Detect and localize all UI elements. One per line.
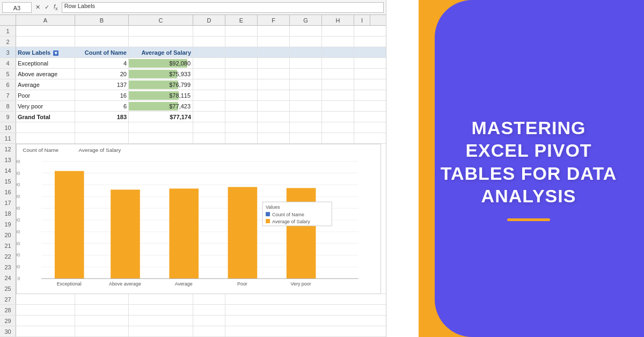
cell-f10[interactable]	[258, 122, 290, 133]
cell-d30[interactable]	[193, 326, 225, 336]
cell-d27[interactable]	[193, 294, 225, 304]
cell-c1[interactable]	[129, 26, 193, 36]
cell-c2[interactable]	[129, 36, 193, 47]
col-header-i[interactable]: I	[354, 15, 370, 25]
col-header-c[interactable]: C	[129, 15, 193, 25]
cell-h2[interactable]	[322, 36, 354, 47]
cell-e1[interactable]	[225, 26, 258, 36]
cell-g8[interactable]	[290, 101, 322, 111]
cell-f5[interactable]	[258, 69, 290, 79]
cell-b7[interactable]: 16	[75, 90, 129, 100]
cell-c3[interactable]: Average of Salary	[129, 47, 193, 57]
cell-e4[interactable]	[225, 58, 258, 68]
cell-e2[interactable]	[225, 36, 258, 47]
col-header-h[interactable]: H	[322, 15, 354, 25]
col-header-e[interactable]: E	[225, 15, 258, 25]
cell-c29[interactable]	[129, 316, 193, 326]
cell-b8[interactable]: 6	[75, 101, 129, 111]
cell-b1[interactable]	[75, 26, 129, 36]
cell-reference[interactable]: A3	[2, 2, 32, 13]
cell-d9[interactable]	[193, 112, 225, 122]
col-header-f[interactable]: F	[258, 15, 290, 25]
cell-g1[interactable]	[290, 26, 322, 36]
formula-input[interactable]: Row Labels	[62, 2, 384, 13]
cell-h1[interactable]	[322, 26, 354, 36]
cell-e7[interactable]	[225, 90, 258, 100]
cell-b4[interactable]: 4	[75, 58, 129, 68]
cell-g3[interactable]	[290, 47, 322, 57]
cell-g5[interactable]	[290, 69, 322, 79]
cell-a30[interactable]	[16, 326, 75, 336]
cell-h8[interactable]	[322, 101, 354, 111]
cell-f2[interactable]	[258, 36, 290, 47]
cell-d6[interactable]	[193, 79, 225, 90]
cell-a9[interactable]: Grand Total	[16, 112, 75, 122]
cell-a7[interactable]: Poor	[16, 90, 75, 100]
cell-c8[interactable]: $77,423	[129, 101, 193, 111]
cell-a8[interactable]: Very poor	[16, 101, 75, 111]
cell-f11[interactable]	[258, 133, 290, 143]
cell-d1[interactable]	[193, 26, 225, 36]
cell-g11[interactable]	[290, 133, 322, 143]
col-header-g[interactable]: G	[290, 15, 322, 25]
cell-f6[interactable]	[258, 79, 290, 90]
cell-d28[interactable]	[193, 305, 225, 315]
cell-c28[interactable]	[129, 305, 193, 315]
cell-c30[interactable]	[129, 326, 193, 336]
cancel-icon[interactable]: ✕	[34, 4, 42, 11]
cell-c6[interactable]: $76,799	[129, 79, 193, 90]
cell-c11[interactable]	[129, 133, 193, 143]
cell-c7[interactable]: $78,115	[129, 90, 193, 100]
cell-b30[interactable]	[75, 326, 129, 336]
cell-b5[interactable]: 20	[75, 69, 129, 79]
cell-c10[interactable]	[129, 122, 193, 133]
cell-d4[interactable]	[193, 58, 225, 68]
cell-h6[interactable]	[322, 79, 354, 90]
cell-g7[interactable]	[290, 90, 322, 100]
cell-a10[interactable]	[16, 122, 75, 133]
cell-e3[interactable]	[225, 47, 258, 57]
filter-icon[interactable]: ▼	[53, 50, 58, 56]
cell-a2[interactable]	[16, 36, 75, 47]
cell-e6[interactable]	[225, 79, 258, 90]
function-icon[interactable]: fx	[52, 3, 60, 11]
cell-f3[interactable]	[258, 47, 290, 57]
cell-e11[interactable]	[225, 133, 258, 143]
cell-f7[interactable]	[258, 90, 290, 100]
cell-a27[interactable]	[16, 294, 75, 304]
cell-a1[interactable]	[16, 26, 75, 36]
cell-e9[interactable]	[225, 112, 258, 122]
cell-a3[interactable]: Row Labels ▼	[16, 47, 75, 57]
cell-h3[interactable]	[322, 47, 354, 57]
cell-f1[interactable]	[258, 26, 290, 36]
cell-h7[interactable]	[322, 90, 354, 100]
cell-g2[interactable]	[290, 36, 322, 47]
cell-b11[interactable]	[75, 133, 129, 143]
cell-c9[interactable]: $77,174	[129, 112, 193, 122]
cell-b29[interactable]	[75, 316, 129, 326]
col-header-b[interactable]: B	[75, 15, 129, 25]
cell-a28[interactable]	[16, 305, 75, 315]
col-header-d[interactable]: D	[193, 15, 225, 25]
cell-c4[interactable]: $92,080	[129, 58, 193, 68]
cell-f4[interactable]	[258, 58, 290, 68]
cell-d7[interactable]	[193, 90, 225, 100]
col-header-a[interactable]: A	[16, 15, 75, 25]
cell-d11[interactable]	[193, 133, 225, 143]
cell-h4[interactable]	[322, 58, 354, 68]
cell-a6[interactable]: Average	[16, 79, 75, 90]
cell-b2[interactable]	[75, 36, 129, 47]
cell-b9[interactable]: 183	[75, 112, 129, 122]
cell-d3[interactable]	[193, 47, 225, 57]
cell-f9[interactable]	[258, 112, 290, 122]
cell-b10[interactable]	[75, 122, 129, 133]
cell-f8[interactable]	[258, 101, 290, 111]
cell-g9[interactable]	[290, 112, 322, 122]
confirm-icon[interactable]: ✓	[43, 4, 51, 11]
cell-e8[interactable]	[225, 101, 258, 111]
cell-d8[interactable]	[193, 101, 225, 111]
cell-a11[interactable]	[16, 133, 75, 143]
cell-a4[interactable]: Exceptional	[16, 58, 75, 68]
cell-d2[interactable]	[193, 36, 225, 47]
cell-d29[interactable]	[193, 316, 225, 326]
